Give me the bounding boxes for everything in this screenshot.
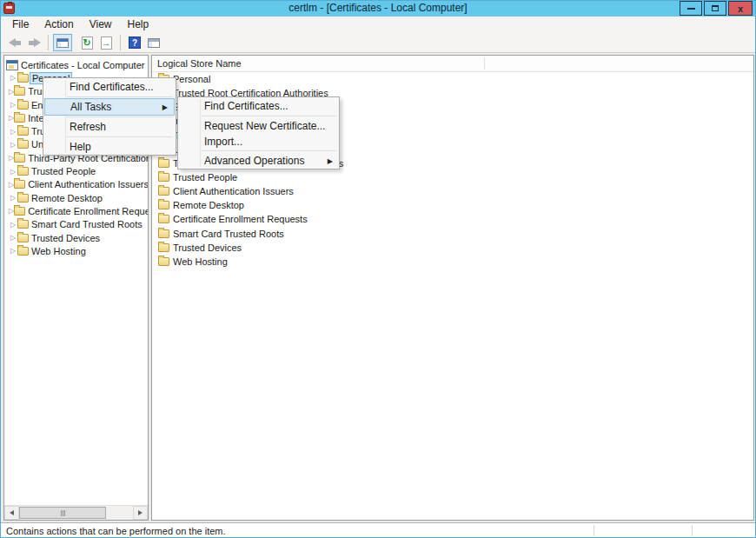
minimize-button[interactable] [680,1,702,16]
folder-icon [14,154,25,163]
submenu-find-certificates[interactable]: Find Certificates... [178,97,339,115]
restore-icon [712,5,719,11]
list-item-personal[interactable]: Personal [152,72,753,86]
expander-icon[interactable]: ▷ [9,168,17,176]
tree-item-smart-card-trusted-roots[interactable]: ▷ Smart Card Trusted Roots [4,218,148,231]
toolbar: ↻ → ? [1,33,755,53]
content-area: Certificates - Local Computer ▷ Personal… [1,53,755,522]
minimize-icon [687,8,695,10]
context-menu-find-certificates[interactable]: Find Certificates... [43,78,176,96]
folder-icon [158,229,169,238]
horizontal-scrollbar[interactable] [4,505,148,520]
help-icon: ? [129,37,141,49]
submenu-advanced-operations[interactable]: Advanced Operations ▶ [178,152,339,169]
scrollbar-thumb[interactable] [19,507,106,519]
help-button[interactable]: ? [125,34,144,51]
expander-icon[interactable]: ▷ [9,128,17,136]
menu-file[interactable]: File [4,17,36,33]
window-title: certlm - [Certificates - Local Computer] [1,2,755,14]
console-tree-icon [56,38,69,48]
folder-icon [17,140,29,149]
scroll-left-button[interactable] [4,506,19,520]
list-item-certificate-enrollment-requests[interactable]: Certificate Enrollment Requests [152,212,753,226]
expander-icon[interactable]: ▷ [9,141,17,149]
context-menu-all-tasks[interactable]: All Tasks ▶ [44,98,175,116]
list-item-smart-card-trusted-roots[interactable]: Smart Card Trusted Roots [152,227,753,241]
tree-item-client-authentication-issuers[interactable]: ▷ Client Authentication Issuers [4,178,148,191]
expander-icon[interactable]: ▷ [9,194,17,202]
context-menu-refresh[interactable]: Refresh [43,118,176,136]
tree-item-web-hosting[interactable]: ▷ Web Hosting [4,244,148,257]
all-tasks-submenu: Find Certificates... Request New Certifi… [177,96,340,169]
submenu-arrow-icon: ▶ [162,103,168,111]
window-controls: x [678,1,753,16]
menu-help[interactable]: Help [120,17,157,33]
list-item-remote-desktop[interactable]: Remote Desktop [152,198,753,212]
folder-icon [158,159,169,168]
expander-icon[interactable]: ▷ [9,221,17,229]
column-divider[interactable] [484,57,485,70]
column-header-logical-store-name[interactable]: Logical Store Name [152,56,753,72]
folder-icon [158,243,169,252]
submenu-arrow-icon: ▶ [328,157,333,165]
folder-icon [14,180,25,189]
folder-icon [17,74,29,83]
menu-action[interactable]: Action [36,17,81,33]
folder-icon [17,101,29,110]
toolbar-separator [48,35,49,50]
folder-icon [14,207,25,216]
expander-icon[interactable]: ▷ [9,101,17,109]
title-bar[interactable]: certlm - [Certificates - Local Computer]… [1,1,755,17]
folder-icon [17,194,29,203]
folder-icon [158,201,169,209]
folder-icon [158,215,169,223]
console-root-icon [6,60,18,70]
toolbar-separator [120,35,121,50]
status-divider [692,525,693,536]
list-item-web-hosting[interactable]: Web Hosting [152,255,753,269]
tree-item-certificate-enrollment-requests[interactable]: ▷ Certificate Enrollment Requests [4,204,148,217]
standard-view-button[interactable] [144,34,163,51]
context-menu: Find Certificates... All Tasks ▶ Refresh… [43,77,176,156]
refresh-icon: ↻ [82,37,93,50]
folder-icon [17,127,29,136]
menu-separator [67,96,173,97]
forward-icon [28,38,41,48]
list-item-trusted-people[interactable]: Trusted People [152,170,753,184]
submenu-request-new-certificate[interactable]: Request New Certificate... [178,117,339,134]
menu-bar: File Action View Help [1,17,755,33]
folder-icon [158,187,169,196]
expander-icon[interactable]: ▷ [9,74,17,82]
menu-view[interactable]: View [82,17,120,33]
close-button[interactable]: x [728,1,753,16]
menu-separator [67,136,173,137]
scroll-right-button[interactable] [133,506,148,520]
scroll-left-icon [10,510,14,515]
tree-root-certificates-local-computer[interactable]: Certificates - Local Computer [4,58,148,71]
show-console-tree-button[interactable] [53,34,72,51]
folder-icon [17,247,29,256]
context-menu-help[interactable]: Help [43,138,176,155]
folder-icon [17,234,29,242]
folder-icon [158,257,169,266]
list-item-trusted-devices[interactable]: Trusted Devices [152,241,753,255]
folder-icon [17,167,29,176]
scroll-right-icon [138,510,143,515]
status-bar: Contains actions that can be performed o… [1,522,755,538]
status-divider [594,525,594,536]
forward-button[interactable] [24,34,43,51]
expander-icon[interactable]: ▷ [9,247,17,255]
restore-button[interactable] [704,1,726,16]
certlm-window: certlm - [Certificates - Local Computer]… [0,0,756,538]
refresh-button[interactable]: ↻ [77,34,96,51]
expander-icon[interactable]: ▷ [9,234,17,242]
export-list-button[interactable]: → [96,34,116,51]
tree-item-trusted-people[interactable]: ▷ Trusted People [4,164,148,177]
folder-icon [14,87,25,96]
list-item-client-authentication-issuers[interactable]: Client Authentication Issuers [152,184,753,198]
tree-item-trusted-devices[interactable]: ▷ Trusted Devices [4,231,148,244]
tree-item-remote-desktop[interactable]: ▷ Remote Desktop [4,191,148,204]
submenu-import[interactable]: Import... [178,134,339,149]
back-button[interactable] [5,34,24,51]
folder-icon [14,114,25,123]
